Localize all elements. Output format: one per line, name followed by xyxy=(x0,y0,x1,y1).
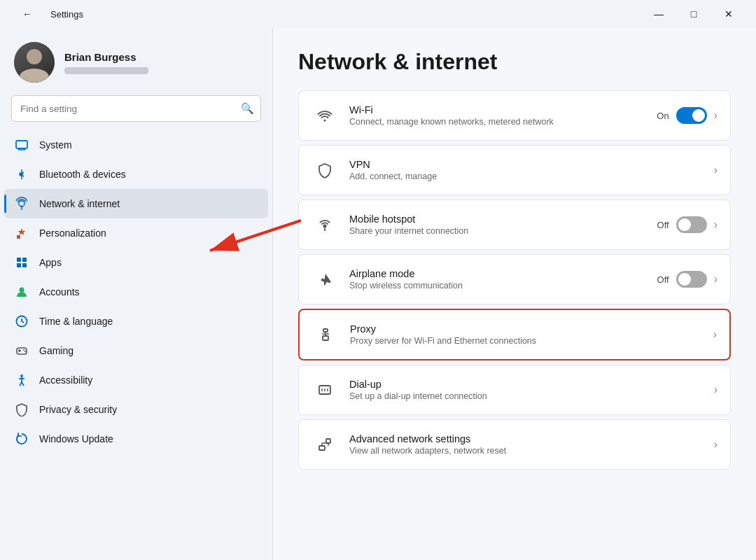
card-right-airplane: Off › xyxy=(657,271,718,288)
time-icon xyxy=(14,314,29,329)
minimize-button[interactable]: — xyxy=(643,3,675,25)
card-dialup[interactable]: Dial-up Set up a dial-up internet connec… xyxy=(298,365,731,415)
card-right-advanced: › xyxy=(714,438,718,451)
card-text-wifi: Wi-Fi Connect, manage known networks, me… xyxy=(349,104,657,127)
sidebar-item-label: Windows Update xyxy=(39,433,113,444)
card-title-hotspot: Mobile hotspot xyxy=(349,214,657,225)
search-input[interactable] xyxy=(11,95,261,122)
sidebar-item-label: Network & internet xyxy=(39,198,120,209)
svg-rect-11 xyxy=(22,263,27,267)
card-desc-proxy: Proxy server for Wi-Fi and Ethernet conn… xyxy=(350,336,713,346)
sidebar-item-label: System xyxy=(39,139,72,150)
sidebar-item-label: Apps xyxy=(39,257,62,268)
bluetooth-icon xyxy=(14,167,29,182)
card-proxy[interactable]: Proxy Proxy server for Wi-Fi and Etherne… xyxy=(298,309,731,360)
card-desc-vpn: Add, connect, manage xyxy=(349,172,714,181)
svg-rect-30 xyxy=(323,329,328,332)
card-title-wifi: Wi-Fi xyxy=(349,104,657,115)
sidebar-item-system[interactable]: System xyxy=(4,130,268,160)
proxy-icon xyxy=(312,321,339,348)
chevron-icon: › xyxy=(714,164,718,176)
card-wifi[interactable]: Wi-Fi Connect, manage known networks, me… xyxy=(298,90,731,141)
card-text-dialup: Dial-up Set up a dial-up internet connec… xyxy=(349,379,714,401)
sidebar-item-bluetooth[interactable]: Bluetooth & devices xyxy=(4,160,268,189)
card-desc-advanced: View all network adapters, network reset xyxy=(349,446,714,456)
card-right-wifi: On › xyxy=(657,107,718,124)
toggle-hotspot[interactable] xyxy=(676,216,707,233)
card-text-hotspot: Mobile hotspot Share your internet conne… xyxy=(349,214,657,236)
toggle-wifi[interactable] xyxy=(676,107,707,124)
svg-rect-8 xyxy=(17,258,21,262)
back-button[interactable]: ← xyxy=(11,3,43,25)
chevron-icon: › xyxy=(714,384,718,396)
card-status-hotspot: Off xyxy=(657,220,669,230)
advanced-icon xyxy=(312,431,338,458)
wifi-icon xyxy=(312,102,338,129)
app-body: Brian Burgess 🔍 System Bluetooth & devic… xyxy=(0,28,756,560)
svg-rect-9 xyxy=(22,258,27,262)
vpn-icon xyxy=(312,157,338,183)
svg-rect-10 xyxy=(17,263,21,267)
card-desc-dialup: Set up a dial-up internet connection xyxy=(349,391,714,401)
sidebar-item-network[interactable]: Network & internet xyxy=(4,189,268,218)
card-title-airplane: Airplane mode xyxy=(349,268,657,279)
search-icon: 🔍 xyxy=(241,102,254,115)
personalization-icon xyxy=(14,225,29,241)
user-profile[interactable]: Brian Burgess xyxy=(0,34,272,95)
cards-container: Wi-Fi Connect, manage known networks, me… xyxy=(298,90,731,470)
svg-point-27 xyxy=(323,225,327,228)
svg-rect-38 xyxy=(326,439,330,443)
chevron-icon: › xyxy=(714,438,718,451)
sidebar-item-time[interactable]: Time & language xyxy=(4,307,268,336)
update-icon xyxy=(14,431,29,447)
sidebar-item-label: Bluetooth & devices xyxy=(39,169,126,180)
search-box: 🔍 xyxy=(11,95,261,122)
chevron-icon: › xyxy=(714,109,718,122)
sidebar-item-label: Privacy & security xyxy=(39,404,117,415)
avatar xyxy=(14,42,55,83)
titlebar-left: ← Settings xyxy=(11,3,83,25)
sidebar-item-accessibility[interactable]: Accessibility xyxy=(4,365,268,395)
sidebar-item-privacy[interactable]: Privacy & security xyxy=(4,395,268,424)
sidebar-item-accounts[interactable]: Accounts xyxy=(4,277,268,307)
close-button[interactable]: ✕ xyxy=(713,3,745,25)
sidebar-item-personalization[interactable]: Personalization xyxy=(4,218,268,248)
card-text-airplane: Airplane mode Stop wireless communicatio… xyxy=(349,268,657,290)
sidebar-item-apps[interactable]: Apps xyxy=(4,248,268,277)
accounts-icon xyxy=(14,284,29,300)
user-account-bar xyxy=(64,67,148,74)
svg-rect-7 xyxy=(17,235,20,239)
card-vpn[interactable]: VPN Add, connect, manage › xyxy=(298,145,731,195)
card-right-proxy: › xyxy=(713,328,717,341)
svg-point-5 xyxy=(21,206,23,208)
user-name: Brian Burgess xyxy=(64,51,148,63)
titlebar-title: Settings xyxy=(50,9,83,20)
system-icon xyxy=(14,137,29,153)
user-info: Brian Burgess xyxy=(64,51,148,74)
svg-point-26 xyxy=(324,120,326,122)
maximize-button[interactable]: □ xyxy=(678,3,710,25)
sidebar-item-label: Gaming xyxy=(39,345,74,356)
privacy-icon xyxy=(14,402,29,417)
sidebar-item-gaming[interactable]: Gaming xyxy=(4,336,268,365)
card-right-hotspot: Off › xyxy=(657,216,718,233)
sidebar-item-label: Accounts xyxy=(39,286,80,298)
sidebar-item-update[interactable]: Windows Update xyxy=(4,424,268,454)
toggle-airplane[interactable] xyxy=(676,271,707,288)
card-hotspot[interactable]: Mobile hotspot Share your internet conne… xyxy=(298,200,731,250)
card-text-vpn: VPN Add, connect, manage xyxy=(349,159,714,181)
sidebar: Brian Burgess 🔍 System Bluetooth & devic… xyxy=(0,28,273,560)
sidebar-item-label: Personalization xyxy=(39,227,106,239)
gaming-icon xyxy=(14,343,29,358)
card-right-dialup: › xyxy=(714,384,718,396)
apps-icon xyxy=(14,255,29,270)
card-text-proxy: Proxy Proxy server for Wi-Fi and Etherne… xyxy=(350,323,713,346)
card-title-vpn: VPN xyxy=(349,159,714,170)
chevron-icon: › xyxy=(714,273,718,286)
svg-rect-0 xyxy=(16,141,27,148)
card-desc-hotspot: Share your internet connection xyxy=(349,226,657,236)
card-airplane[interactable]: Airplane mode Stop wireless communicatio… xyxy=(298,254,731,304)
card-desc-wifi: Connect, manage known networks, metered … xyxy=(349,117,657,127)
card-advanced[interactable]: Advanced network settings View all netwo… xyxy=(298,419,731,470)
card-title-dialup: Dial-up xyxy=(349,379,714,390)
